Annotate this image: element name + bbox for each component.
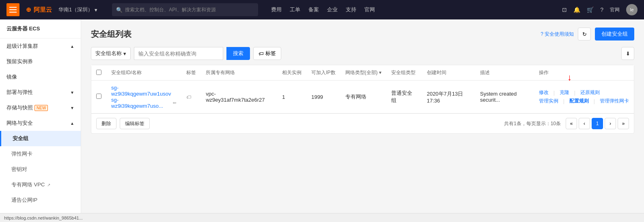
security-group-table: 安全组ID/名称 标签 所属专有网络 相关实例 可加入IP数 网络类型(全部) … xyxy=(91,65,634,134)
sidebar-item-security-group[interactable]: 安全组 xyxy=(0,131,81,146)
top-nav-icons: ⊡ 🔔 🛒 ? 官网 Ie xyxy=(562,4,638,15)
sidebar-item-deploy[interactable]: 部署与弹性 ▼ xyxy=(0,85,81,100)
tag-cell-icon[interactable]: 🏷 xyxy=(186,94,191,100)
search-button[interactable]: 搜索 xyxy=(226,47,250,60)
page-header: 安全组列表 ? 安全使用须知 ↻ 创建安全组 xyxy=(91,28,634,41)
sidebar-item-supercluster[interactable]: 超级计算集群 ▲ xyxy=(0,38,81,54)
sg-name-link[interactable]: sg-wz9i39kqgewm7uso... xyxy=(111,97,170,109)
cell-tags: 🏷 xyxy=(181,81,201,113)
new-badge: NEW xyxy=(34,105,48,111)
chevron-down-icon: ▼ xyxy=(70,90,74,95)
col-create-time: 创建时间 xyxy=(422,65,475,81)
tag-filter-button[interactable]: 🏷 标签 xyxy=(253,47,281,60)
table-header-row: 安全组ID/名称 标签 所属专有网络 相关实例 可加入IP数 网络类型(全部) … xyxy=(91,65,634,81)
sidebar-item-vpc[interactable]: 专有网络 VPC ↗ xyxy=(0,177,81,192)
page-next-button[interactable]: › xyxy=(605,118,616,129)
brand-icon: ⊕ xyxy=(26,6,31,13)
filter-bar: 安全组名称 ▾ 搜索 🏷 标签 ⬇ xyxy=(91,47,634,60)
sidebar-item-reserved[interactable]: 预留实例券 xyxy=(0,54,81,69)
action-manage-instances[interactable]: 管理实例 xyxy=(539,98,558,105)
col-network-type[interactable]: 网络类型(全部) ▾ xyxy=(340,65,386,81)
edit-tag-button[interactable]: 编辑标签 xyxy=(120,118,150,129)
pagination-info: 共有1条，每页显示：10条 xyxy=(504,120,561,127)
cart-icon[interactable]: 🛒 xyxy=(587,6,594,13)
edit-icon[interactable]: ✏ xyxy=(173,100,177,106)
page-first-button[interactable]: « xyxy=(566,118,577,129)
nav-link-fees[interactable]: 费用 xyxy=(271,6,282,13)
region-selector[interactable]: 华南1（深圳） ▾ xyxy=(58,6,97,13)
cell-group-type: 普通安全组 xyxy=(386,81,422,113)
page-prev-button[interactable]: ‹ xyxy=(579,118,590,129)
row-checkbox[interactable] xyxy=(96,94,101,99)
help-icon[interactable]: ? xyxy=(600,6,603,13)
screen-icon[interactable]: ⊡ xyxy=(562,6,567,13)
nav-link-enterprise[interactable]: 企业 xyxy=(327,6,338,13)
global-search: 🔍 xyxy=(112,3,258,16)
bell-icon[interactable]: 🔔 xyxy=(573,6,580,13)
cell-description: System created securit... xyxy=(475,81,534,113)
sg-id-link[interactable]: sg-wz9i39kqgewm7uw1usov xyxy=(111,85,177,97)
chevron-up-icon: ▲ xyxy=(70,44,74,49)
chevron-down-icon: ▾ xyxy=(95,7,97,13)
export-button[interactable]: ⬇ xyxy=(621,47,634,60)
nav-link-ticket[interactable]: 工单 xyxy=(290,6,300,13)
sidebar-item-keypair[interactable]: 密钥对 xyxy=(0,162,81,177)
action-modify[interactable]: 修改 xyxy=(539,89,549,96)
download-icon: ⬇ xyxy=(626,51,630,57)
chevron-down-icon2: ▼ xyxy=(70,106,74,110)
user-avatar[interactable]: Ie xyxy=(626,4,638,15)
table-row: sg-wz9i39kqgewm7uw1usov sg-wz9i39kqgewm7… xyxy=(91,81,634,113)
select-all-checkbox[interactable] xyxy=(96,70,101,75)
delete-button[interactable]: 删除 xyxy=(96,118,116,129)
col-description: 描述 xyxy=(475,65,534,81)
nav-link-official[interactable]: 官网 xyxy=(364,6,375,13)
col-actions: 操作 xyxy=(534,65,634,81)
sidebar-item-eni[interactable]: 弹性网卡 xyxy=(0,146,81,162)
help-link[interactable]: ? 安全使用须知 xyxy=(541,31,574,38)
sidebar-title: 云服务器 ECS xyxy=(0,19,81,38)
cell-ip-count: 1999 xyxy=(306,81,340,113)
pagination: « ‹ 1 › » xyxy=(566,118,629,129)
main-layout: 云服务器 ECS 超级计算集群 ▲ 预留实例券 镜像 部署与弹性 ▼ 存储与快照… xyxy=(0,19,644,222)
sidebar-item-eip[interactable]: 通告公网IP xyxy=(0,192,81,208)
sidebar-item-network-section[interactable]: 网络与安全 ▲ xyxy=(0,115,81,131)
top-nav: ⊕ 阿里云 华南1（深圳） ▾ 🔍 费用 工单 备案 企业 支持 官网 ⊡ 🔔 … xyxy=(0,0,644,19)
page-title: 安全组列表 xyxy=(91,29,131,40)
language-selector[interactable]: 官网 xyxy=(610,6,620,13)
search-input[interactable] xyxy=(125,7,254,13)
col-tags: 标签 xyxy=(181,65,201,81)
brand-logo: ⊕ 阿里云 xyxy=(26,6,52,14)
refresh-button[interactable]: ↻ xyxy=(578,28,591,41)
footer-buttons: 删除 编辑标签 xyxy=(96,118,150,129)
brand-name: 阿里云 xyxy=(34,6,52,14)
page-1-button[interactable]: 1 xyxy=(592,118,603,129)
external-link-icon: ↗ xyxy=(47,183,50,187)
filter-input[interactable] xyxy=(134,47,223,60)
action-restore[interactable]: 还原规则 xyxy=(580,89,600,96)
action-clone[interactable]: 克隆 xyxy=(560,89,569,96)
search-icon: 🔍 xyxy=(116,7,123,13)
action-config-rules[interactable]: 配置规则 xyxy=(569,98,589,105)
action-manage-eni[interactable]: 管理弹性网卡 xyxy=(600,98,629,105)
sidebar-item-image[interactable]: 镜像 xyxy=(0,69,81,85)
col-vpc: 所属专有网络 xyxy=(201,65,277,81)
nav-link-beian[interactable]: 备案 xyxy=(308,6,319,13)
cell-vpc: vpc-wz9ey31af7mk7ta2e6r27 xyxy=(201,81,277,113)
cell-actions: 修改 | 克隆 | 还原规则 管理实例 | 配置规则 | xyxy=(534,81,634,113)
menu-button[interactable] xyxy=(6,3,19,16)
page-last-button[interactable]: » xyxy=(618,118,629,129)
url-text: https://blog.csdn.net/wankin_9865b41... xyxy=(4,216,83,220)
cell-create-time: 2020年7月13日 17:36 xyxy=(422,81,475,113)
filter-type-selector[interactable]: 安全组名称 ▾ xyxy=(91,47,131,60)
cell-id-name: sg-wz9i39kqgewm7uw1usov sg-wz9i39kqgewm7… xyxy=(106,81,181,113)
table-footer: 删除 编辑标签 共有1条，每页显示：10条 « ‹ 1 › » xyxy=(91,113,634,133)
filter-icon: ▾ xyxy=(379,70,381,75)
col-instances: 相关实例 xyxy=(277,65,306,81)
col-ip-count: 可加入IP数 xyxy=(306,65,340,81)
sidebar-collapse-button[interactable]: ‹ xyxy=(81,111,81,130)
create-security-group-button[interactable]: 创建安全组 xyxy=(595,28,634,41)
chevron-up-icon2: ▲ xyxy=(70,121,74,126)
sidebar-item-storage[interactable]: 存储与快照 NEW ▼ xyxy=(0,100,81,115)
cell-network-type: 专有网络 xyxy=(340,81,386,113)
nav-link-support[interactable]: 支持 xyxy=(346,6,356,13)
